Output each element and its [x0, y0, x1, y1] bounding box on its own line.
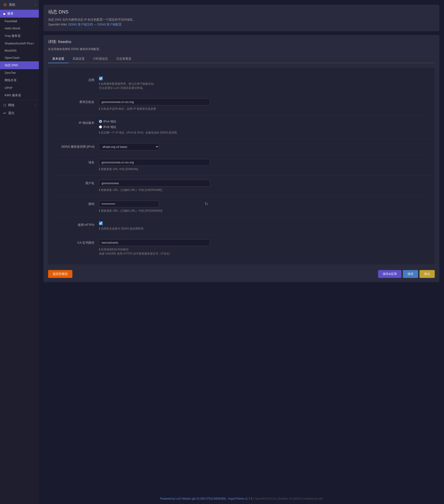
- radio-ipv6[interactable]: IPv6 地址: [99, 125, 210, 129]
- info-icon-5: ℹ: [99, 188, 100, 192]
- ip-version-hint: ℹ 设定哪一个 IP 地址（IPv4 或 IPv6）会被发送给 DDNS 提供商: [99, 130, 210, 135]
- form-row-username: 用户名 ℹ 替换更新 URL（已编码 URL）中的 [USERNAME]: [53, 176, 430, 197]
- sidebar-system[interactable]: ⚙ 系统 ›: [0, 0, 39, 10]
- info-icon-1: ℹ: [99, 82, 100, 85]
- radio-ipv4-input[interactable]: [99, 120, 102, 123]
- form-row-https: 使用 HTTPS ℹ 启用安全连接与 DDNS 提供商联系: [53, 217, 430, 235]
- https-checkbox-wrap: [99, 221, 210, 225]
- hostname-label: 查询主机名: [53, 99, 99, 104]
- sidebar: ⚙ 系统 › ■ 服务 ⌄ PassWall Hello World Xray …: [0, 0, 39, 504]
- sidebar-item-kms-label: KMS 服务器: [5, 93, 21, 97]
- info-icon-7: ℹ: [99, 227, 100, 230]
- wiki-separator: ---: [93, 23, 97, 26]
- username-input[interactable]: [99, 180, 210, 186]
- chevron-right-icon-2: ›: [35, 104, 36, 107]
- password-hint: ℹ 替换更新 URL（已编码 URL）中的 [PASSWORD]: [99, 209, 210, 213]
- ddns-provider-select[interactable]: afraid.org-v2-basic: [99, 143, 159, 150]
- footer: Powered by LuCI Master (git-23.269.07510…: [39, 493, 444, 504]
- domain-input[interactable]: [99, 159, 210, 166]
- ca-cert-input[interactable]: [99, 239, 210, 246]
- radio-ipv4-label: IPv4 地址: [103, 119, 116, 124]
- page-title: 动态 DNS: [48, 9, 435, 15]
- sidebar-item-xray[interactable]: Xray 服务器: [0, 32, 39, 40]
- password-label: 密码: [53, 201, 99, 206]
- page-description-text: 动态 DNS 允许为拥有动态 IP 的主机配置一个固定的可访问域名。: [48, 18, 136, 21]
- sidebar-item-shadowsocks[interactable]: ShadowSocksR Plus+: [0, 40, 39, 47]
- sidebar-item-upnp[interactable]: UPnP: [0, 84, 39, 91]
- sidebar-services[interactable]: ■ 服务 ⌄: [0, 10, 39, 18]
- tab-basic[interactable]: 基本设置: [48, 55, 68, 63]
- sidebar-item-upnp-label: UPnP: [5, 86, 13, 90]
- enable-checkbox-wrap: [99, 77, 210, 80]
- radio-ipv6-input[interactable]: [99, 126, 102, 128]
- radio-group-ip: IPv4 地址 IPv6 地址: [99, 119, 210, 129]
- details-title: 详情: freedns: [48, 39, 435, 44]
- info-icon-2: ℹ: [99, 107, 100, 110]
- tab-advanced[interactable]: 高级设置: [68, 55, 89, 63]
- sidebar-services-menu: PassWall Hello World Xray 服务器 ShadowSock…: [0, 18, 39, 101]
- form-section: 启用 ℹ 如果服务配置被禁用，那么它将不能被启动。 无论是通过 LuCI 页面还…: [48, 68, 435, 265]
- enable-hint: ℹ 如果服务配置被禁用，那么它将不能被启动。 无论是通过 LuCI 页面还是通过…: [99, 82, 210, 90]
- username-control: ℹ 替换更新 URL（已编码 URL）中的 [USERNAME]: [99, 180, 210, 192]
- sidebar-item-zerotier[interactable]: ZeroTier: [0, 69, 39, 76]
- save-apply-button[interactable]: 保存&应用: [378, 270, 401, 278]
- sidebar-item-kms[interactable]: KMS 服务器: [0, 91, 39, 99]
- radio-ipv6-label: IPv6 地址: [103, 125, 116, 129]
- refresh-icon[interactable]: ↻: [205, 201, 208, 206]
- enable-label: 启用: [53, 77, 99, 82]
- info-icon-3: ℹ: [99, 131, 100, 134]
- ca-cert-control: ℹ 目录或者到文件的路径 或者 IGNORE 使用 HTTPS 但不检查服务器证…: [99, 239, 210, 256]
- sidebar-item-openclash[interactable]: OpenClash: [0, 54, 39, 61]
- wiki-link-2[interactable]: DDNS 客户端配置: [97, 23, 122, 26]
- hostname-input[interactable]: [99, 99, 210, 105]
- sidebar-item-passwall[interactable]: PassWall: [0, 18, 39, 25]
- ca-cert-hint: ℹ 目录或者到文件的路径 或者 IGNORE 使用 HTTPS 但不检查服务器证…: [99, 247, 210, 256]
- wiki-link-1[interactable]: DDNS 客户端文档: [68, 23, 92, 26]
- details-section: 详情: freedns 在这里修改选择的 DDNS 服务的详细配置。 基本设置 …: [43, 35, 439, 282]
- sidebar-item-mosdns[interactable]: MosDNS: [0, 47, 39, 54]
- sidebar-item-mosdns-label: MosDNS: [5, 49, 17, 52]
- btn-group-save: 保存&应用 保存 复位: [378, 270, 435, 278]
- sidebar-item-ddns[interactable]: 动态 DNS: [0, 61, 39, 69]
- form-row-enable: 启用 ℹ 如果服务配置被禁用，那么它将不能被启动。 无论是通过 LuCI 页面还…: [53, 72, 430, 94]
- page-title-section: 动态 DNS 动态 DNS 允许为拥有动态 IP 的主机配置一个固定的可访问域名…: [43, 5, 439, 31]
- radio-ipv4[interactable]: IPv4 地址: [99, 119, 210, 124]
- wiki-text: OpenWrt Wiki:: [48, 23, 68, 26]
- ddns-provider-label: DDNS 服务提供商 [IPv4]: [53, 143, 99, 149]
- domain-label: 域名: [53, 159, 99, 164]
- page-description: 动态 DNS 允许为拥有动态 IP 的主机配置一个固定的可访问域名。 OpenW…: [48, 17, 435, 27]
- info-icon-8: ℹ: [99, 248, 100, 251]
- chevron-down-icon: ⌄: [33, 12, 36, 15]
- info-icon-4: ℹ: [99, 167, 100, 171]
- sidebar-logout-label: 退出: [8, 111, 15, 115]
- domain-hint: ℹ 替换更新 URL 中的 [DOMAIN]: [99, 167, 210, 171]
- form-row-ddns-provider: DDNS 服务提供商 [IPv4] afraid.org-v2-basic: [53, 139, 430, 155]
- password-input[interactable]: [99, 201, 159, 207]
- logout-icon: ↩: [3, 111, 6, 115]
- sidebar-system-label: 系统: [9, 3, 35, 7]
- password-wrap: ↻: [99, 201, 210, 207]
- sidebar-item-network-share-label: 网络共享: [5, 78, 17, 82]
- footer-theme[interactable]: ArgonTheme v1.7.3: [228, 497, 252, 500]
- sidebar-network[interactable]: ⬡ 网络 ›: [0, 101, 39, 109]
- https-hint: ℹ 启用安全连接与 DDNS 提供商联系: [99, 227, 210, 231]
- footer-powered-by[interactable]: Powered by LuCI Master (git-23.269.07510…: [160, 497, 226, 500]
- sidebar-logout[interactable]: ↩ 退出: [0, 109, 39, 117]
- save-button[interactable]: 保存: [403, 270, 418, 278]
- sidebar-item-openclash-label: OpenClash: [5, 56, 20, 59]
- sidebar-item-network-share[interactable]: 网络共享: [0, 76, 39, 84]
- form-row-ca-cert: CA 证书路径 ℹ 目录或者到文件的路径 或者 IGNORE 使用 HTTPS …: [53, 235, 430, 260]
- back-button[interactable]: 返回至概览: [48, 270, 72, 278]
- https-checkbox[interactable]: [99, 221, 103, 225]
- sidebar-item-hello-world-label: Hello World: [5, 27, 20, 30]
- main-content: 动态 DNS 动态 DNS 允许为拥有动态 IP 的主机配置一个固定的可访问域名…: [39, 0, 444, 493]
- enable-checkbox[interactable]: [99, 77, 103, 80]
- sidebar-item-zerotier-label: ZeroTier: [5, 71, 16, 74]
- tab-timer[interactable]: 计时器设定: [89, 55, 112, 63]
- sidebar-item-hello-world[interactable]: Hello World: [0, 25, 39, 32]
- tab-logs[interactable]: 日志查看器: [112, 55, 136, 63]
- form-row-domain: 域名 ℹ 替换更新 URL 中的 [DOMAIN]: [53, 155, 430, 176]
- reset-button[interactable]: 复位: [420, 270, 435, 278]
- sidebar-item-shadowsocks-label: ShadowSocksR Plus+: [5, 42, 34, 45]
- username-hint: ℹ 替换更新 URL（已编码 URL）中的 [USERNAME]: [99, 188, 210, 192]
